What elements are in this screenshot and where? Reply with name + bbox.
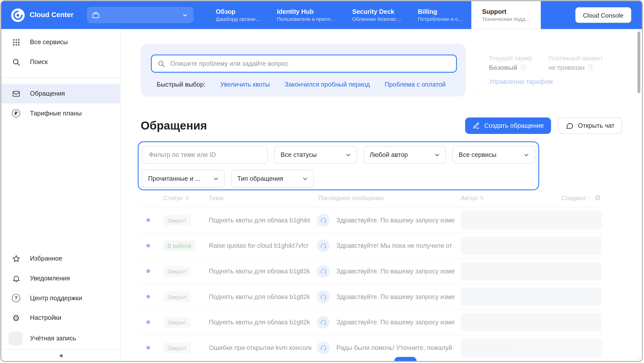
collapse-icon: ◀ (59, 352, 62, 358)
sidebar-label: Уведомления (30, 275, 70, 282)
page-header: Обращения Создать обращение Открыть чат (141, 117, 622, 134)
ticket-topic: Поднять квоты для облака b1gtl2k (204, 293, 312, 300)
gear-icon: ⚙ (11, 313, 21, 323)
plan-panel: Текущий тариф Базовый ? Платёжный аккаун… (476, 44, 618, 97)
tab-subtitle: Облачная безопас… (352, 16, 401, 23)
column-last-message: Последнее сообщение (312, 194, 461, 201)
table-row[interactable]: Закрыт Поднять квоты для облака b1ghikt (138, 207, 602, 233)
quick-select-label: Быстрый выбор: (157, 81, 205, 88)
sidebar-item-appeals[interactable]: Обращения (1, 84, 120, 104)
chevron-down-icon (345, 151, 352, 158)
page-title: Обращения (141, 119, 207, 132)
cloud-console-button[interactable]: Cloud Console (575, 7, 631, 23)
tab-support[interactable]: Support Техническая подд… (471, 1, 541, 29)
filter-topic-box (142, 146, 268, 163)
tab-subtitle: Пользователи и прило… (277, 16, 336, 23)
manage-plan-link[interactable]: Управление тарифом (489, 78, 605, 85)
sidebar-item-support-center[interactable]: ? Центр поддержки (1, 288, 120, 308)
filter-panel: Все статусы Любой автор Все сервисы (138, 141, 539, 190)
sidebar-item-notifications[interactable]: Уведомления (1, 268, 120, 288)
filter-author-select[interactable]: Любой автор (363, 146, 446, 163)
quick-link-payment-problem[interactable]: Проблема с оплатой (384, 81, 445, 88)
filter-topic-input[interactable] (148, 151, 262, 159)
support-search-input[interactable] (169, 59, 450, 68)
filter-services-select[interactable]: Все сервисы (453, 146, 535, 163)
table-row[interactable]: Закрыт Поднять квоты для облака b1gtl2k (138, 258, 602, 284)
ticket-topic: Поднять квоты для облака b1gtl2k (204, 267, 312, 275)
chat-widget-peek[interactable] (394, 357, 416, 361)
ticket-last-message: Рады были помочь! Уточните, пожалуй (332, 344, 461, 351)
quick-link-trial-ended[interactable]: Закончился пробный период (285, 81, 370, 88)
column-label: Автор (461, 194, 477, 201)
table-row[interactable]: Закрыт Ошибки при открытии kvm консоли (138, 335, 602, 360)
sort-icon[interactable]: ⇅ (480, 195, 484, 201)
status-badge: Закрыт (163, 291, 191, 302)
column-author[interactable]: Автор ⇅ (461, 194, 484, 201)
sidebar-item-search[interactable]: Поиск (1, 52, 120, 72)
top-navigation: Cloud Center Обзор Дашборд органи… Ident… (1, 1, 642, 29)
brand[interactable]: Cloud Center (11, 8, 74, 22)
sidebar-item-settings[interactable]: ⚙ Настройки (1, 308, 120, 328)
status-badge: Закрыт (163, 342, 191, 353)
ticket-list: Закрыт Поднять квоты для облака b1ghikt (138, 207, 602, 360)
bell-icon (11, 273, 21, 283)
status-badge: Закрыт (163, 317, 191, 328)
redacted-author-date (461, 236, 602, 255)
filter-type-select[interactable]: Тип обращения (231, 170, 314, 187)
unread-dot (146, 346, 150, 349)
column-topic: Тема (204, 194, 312, 201)
open-chat-label: Открыть чат (578, 122, 614, 129)
sidebar-label: Центр поддержки (30, 294, 82, 302)
tab-subtitle: Дашборд органи… (216, 16, 261, 23)
filter-status-select[interactable]: Все статусы (274, 146, 357, 163)
sidebar-item-account[interactable]: Учётная запись (1, 328, 120, 349)
create-appeal-button[interactable]: Создать обращение (465, 117, 551, 134)
cloud-center-logo-icon (11, 8, 25, 22)
column-status[interactable]: Статус ⇅ (158, 194, 204, 201)
support-search-hero: Быстрый выбор: Увеличить квоты Закончилс… (141, 44, 466, 97)
sidebar-label: Избранное (30, 255, 62, 262)
column-label: Статус (163, 194, 183, 201)
ticket-last-message: Здравствуйте! Мы пока не получили от (332, 242, 461, 249)
support-headset-avatar (317, 239, 330, 252)
filter-author-value: Любой автор (370, 151, 408, 158)
chevron-down-icon (302, 175, 308, 182)
sidebar-label: Настройки (30, 314, 61, 321)
tab-title: Security Deck (352, 8, 401, 16)
status-badge: В работе (163, 240, 196, 251)
chevron-down-icon (181, 11, 188, 19)
redacted-author-date (461, 313, 602, 331)
tab-identity-hub[interactable]: Identity Hub Пользователи и прило… (269, 1, 344, 29)
sidebar-item-all-services[interactable]: Все сервисы (1, 32, 120, 52)
sidebar-label: Обращения (30, 90, 65, 97)
open-chat-button[interactable]: Открыть чат (558, 117, 622, 134)
scrollbar-down-icon[interactable]: ⌄ (636, 356, 640, 360)
sidebar-collapse-button[interactable]: ◀ (1, 349, 120, 361)
table-settings-gear-icon[interactable]: ⚙ (595, 194, 601, 201)
unread-dot (146, 295, 150, 298)
table-row[interactable]: Закрыт Поднять квоты для облака b1gtl2k (138, 284, 602, 309)
search-icon (158, 60, 165, 68)
help-icon[interactable]: ? (520, 65, 527, 71)
ruble-icon: ₽ (11, 108, 21, 118)
scrollbar-thumb[interactable] (637, 32, 640, 93)
sidebar-item-plans[interactable]: ₽ Тарифные планы (1, 103, 120, 123)
column-created[interactable]: Создано ↑ (561, 194, 591, 201)
tab-billing[interactable]: Billing Потребление и о… (410, 1, 471, 29)
app-window: Cloud Center Обзор Дашборд органи… Ident… (1, 0, 643, 362)
filter-services-value: Все сервисы (459, 151, 496, 158)
help-icon[interactable]: ? (588, 65, 594, 71)
sidebar-bottom-group: Избранное Уведомления ? Центр поддержки … (1, 249, 120, 361)
tab-overview[interactable]: Обзор Дашборд органи… (208, 1, 269, 29)
filter-read-select[interactable]: Прочитанные и ... (142, 170, 224, 187)
table-row[interactable]: В работе Raise quotas for cloud b1ghikt7… (138, 233, 602, 258)
tab-security-deck[interactable]: Security Deck Облачная безопас… (344, 1, 410, 29)
quick-link-increase-quotas[interactable]: Увеличить квоты (220, 81, 270, 88)
sidebar-item-favorites[interactable]: Избранное (1, 249, 120, 269)
org-selector[interactable] (87, 7, 194, 23)
ticket-topic: Поднять квоты для облака b1gtl2k (204, 318, 312, 326)
sort-icon[interactable]: ⇅ (185, 195, 189, 201)
sort-asc-icon[interactable]: ↑ (588, 195, 591, 201)
unread-dot (146, 320, 150, 324)
table-row[interactable]: Закрыт Поднять квоты для облака b1gtl2k (138, 309, 602, 335)
